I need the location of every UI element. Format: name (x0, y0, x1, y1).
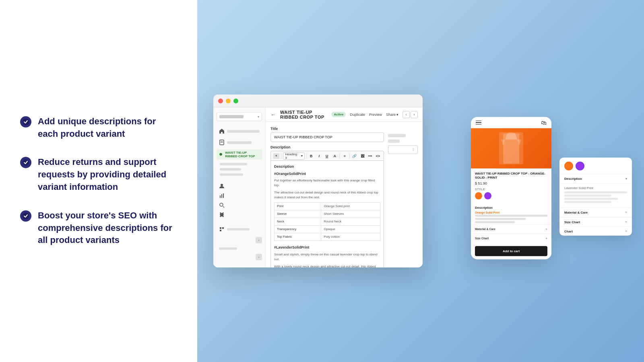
desc-para-1: Put together an effortlessly fashionable… (274, 178, 380, 188)
table-cell-label: Transparency (275, 226, 321, 233)
bold-btn[interactable]: B (308, 153, 314, 159)
topbar-actions: Duplicate Preview Share ▾ ‹ › (350, 111, 418, 118)
color-swatch-purple[interactable] (484, 192, 491, 200)
sidebar-bottom-bar-2 (219, 247, 237, 250)
editor-toolbar: ✦ Heading 3 ▾ B I U A ≡ (270, 151, 384, 160)
dropdown-size-item[interactable]: Size Chart + (559, 217, 632, 227)
svg-point-1 (23, 159, 29, 166)
nav-left-button[interactable]: ‹ (402, 111, 410, 118)
mobile-product-info: WAIST TIE-UP RIBBED CROP TOP - ORANGE- S… (471, 169, 551, 206)
magic-toolbar-btn[interactable]: ✦ (273, 153, 279, 159)
sidebar-customers[interactable] (217, 181, 262, 190)
underline-btn[interactable]: U (324, 153, 330, 159)
svg-point-10 (220, 203, 223, 206)
check-icon-1 (20, 116, 31, 128)
right-bar-2 (388, 140, 400, 143)
sidebar-expand-chevron[interactable]: › (256, 237, 262, 243)
desc-para-3: Smart and stylish, simply throw on this … (274, 252, 380, 262)
table-row: TransparencyOpaque (275, 226, 380, 233)
svg-line-11 (223, 206, 224, 208)
browser-window: ▾ WAIST TIE-UP RIBBED CROP TOP (213, 95, 423, 267)
dropdown-swatch-orange[interactable] (564, 162, 573, 171)
title-input[interactable] (270, 132, 384, 142)
app-main: ← WAIST TIE-UP RIBBED CROP TOP Active Du… (266, 107, 423, 267)
product-image (471, 128, 551, 169)
dropdown-bar-1 (564, 191, 627, 193)
app-sidebar: ▾ WAIST TIE-UP RIBBED CROP TOP (213, 107, 266, 267)
nav-arrows: ‹ › (402, 111, 418, 118)
sidebar-expand-chevron-2[interactable]: › (256, 254, 262, 260)
mobile-desc-bar-3 (475, 221, 515, 223)
sidebar-dropdown-arrow-icon: ▾ (258, 115, 259, 119)
svg-rect-7 (220, 195, 221, 198)
sidebar-products[interactable]: WAIST TIE-UP RIBBED CROP TOP (217, 149, 262, 160)
heading-arrow-icon: ▾ (301, 154, 303, 158)
nav-right-button[interactable]: › (411, 111, 418, 118)
dropdown-desc-label: Description (564, 177, 582, 181)
svg-rect-12 (503, 133, 519, 163)
dropdown-swatch-purple[interactable] (576, 162, 584, 171)
mobile-accordion-size[interactable]: Size Chart + (471, 234, 551, 243)
dropdown-chart-icon: + (625, 229, 627, 233)
duplicate-button[interactable]: Duplicate (350, 113, 365, 117)
dropdown-swatches (559, 158, 632, 174)
heading-select[interactable]: Heading 3 ▾ (283, 152, 304, 160)
sidebar-bottom-item[interactable] (217, 225, 262, 234)
sidebar-orders[interactable] (217, 138, 262, 147)
editor-right: ⋮ (388, 127, 418, 263)
dropdown-description-section: Description ▾ Lavender Solid Print (559, 174, 632, 208)
add-to-cart-button[interactable]: Add to cart (475, 246, 547, 256)
more-btn[interactable]: ••• (367, 153, 373, 159)
dropdown-desc-arrow-icon: ▾ (625, 177, 627, 181)
table-cell-label: Print (275, 203, 321, 210)
table-cell-value: Orange Solid print (321, 203, 380, 210)
dropdown-desc-item[interactable]: Description ▾ (559, 174, 632, 184)
mobile-accordion-material[interactable]: Material & Care + (471, 224, 551, 234)
table-cell-value: Poly cotton (321, 233, 380, 241)
maximize-button[interactable] (233, 99, 238, 103)
cart-icon[interactable]: 🛍 (541, 119, 547, 126)
mobile-price: $ 51.90 (475, 181, 547, 185)
mobile-topbar: 🛍 (471, 117, 551, 128)
preview-button[interactable]: Preview (369, 113, 382, 117)
sidebar-dropdown[interactable]: ▾ (217, 112, 262, 121)
desc-para-4: With a lovely round neck design and attr… (274, 264, 380, 268)
right-select[interactable]: ⋮ (388, 145, 418, 154)
color-btn[interactable]: A (332, 153, 338, 159)
share-label: Share (386, 113, 396, 117)
mobile-desc-label: Description (475, 206, 547, 210)
code-btn[interactable]: <> (375, 153, 381, 159)
right-bar-1 (388, 134, 406, 137)
app-editor: Title Description ✦ Heading 3 ▾ (266, 122, 423, 267)
editor-left: Title Description ✦ Heading 3 ▾ (270, 127, 384, 263)
dropdown-chart-item[interactable]: Chart + (559, 227, 632, 236)
feature-text-3: Boost your store's SEO with comprehensiv… (38, 210, 177, 247)
sidebar-sub-menu (217, 162, 262, 177)
sidebar-sub-2 (220, 168, 241, 171)
check-icon-3 (20, 210, 31, 222)
sidebar-search[interactable] (217, 201, 262, 210)
dropdown-chart-label: Chart (564, 229, 573, 233)
minimize-button[interactable] (226, 99, 231, 103)
mobile-desc-variant: Orange Solid Print (475, 211, 547, 214)
table-row: SleeveShort Sleeves (275, 210, 380, 218)
dropdown-expanded-content: Lavender Solid Print (559, 184, 632, 208)
dropdown-material-item[interactable]: Material & Care + (559, 208, 632, 217)
toolbar-divider-2 (306, 153, 307, 159)
mobile-style-label: STYLE (475, 188, 547, 191)
back-arrow-icon[interactable]: ← (270, 111, 276, 118)
link-btn[interactable]: 🔗 (351, 153, 357, 159)
sidebar-settings[interactable] (217, 210, 262, 219)
sidebar-analytics[interactable] (217, 191, 262, 200)
italic-btn[interactable]: I (316, 153, 322, 159)
sidebar-dropdown-text (219, 115, 244, 118)
mobile-card: 🛍 WAIST TIE-UP RIBBED CROP TOP - ORANGE-… (471, 117, 551, 259)
sidebar-home[interactable] (217, 127, 262, 136)
share-button[interactable]: Share ▾ (386, 113, 398, 117)
color-swatch-orange[interactable] (475, 192, 482, 200)
mobile-desc-bar-1 (475, 215, 547, 217)
align-btn[interactable]: ≡ (341, 153, 347, 159)
hamburger-icon[interactable] (476, 121, 481, 125)
image-btn[interactable]: 🖼 (359, 153, 365, 159)
close-button[interactable] (218, 99, 223, 103)
